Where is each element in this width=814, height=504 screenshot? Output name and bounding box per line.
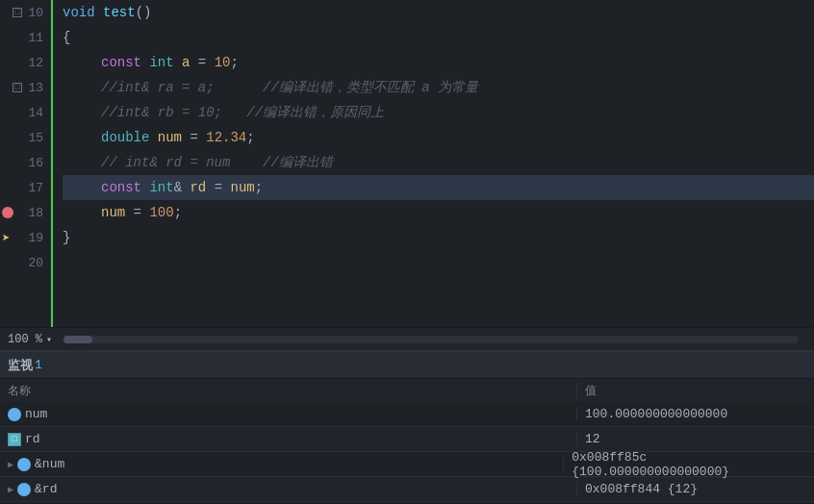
- watch-title: 监视: [8, 357, 33, 374]
- current-line-arrow: ➤: [2, 230, 10, 246]
- expand-addr-rd[interactable]: ▶: [8, 484, 13, 495]
- watch-header: 监视 1: [0, 352, 814, 379]
- code-line-17: const int& rd = num;: [63, 175, 814, 200]
- line-17-gutter: 17: [0, 175, 51, 200]
- watch-var-num: num: [25, 407, 47, 421]
- watch-var-addr-rd: &rd: [35, 482, 57, 496]
- watch-col-name-header: 名称: [0, 383, 577, 399]
- code-line-15: double num = 12.34;: [63, 125, 814, 150]
- status-bar: 100 % ▾: [0, 327, 814, 350]
- watch-cell-val-num: 100.000000000000000: [577, 407, 735, 421]
- watch-column-headers: 名称 值: [0, 379, 814, 402]
- code-line-13: //int& ra = a; //编译出错，类型不匹配 a 为常量: [63, 75, 814, 100]
- code-lines: void test() { const int a = 10; //int& r…: [53, 0, 814, 327]
- watch-cell-name-rd[interactable]: □ rd: [0, 432, 577, 446]
- zoom-dropdown-icon[interactable]: ▾: [46, 334, 52, 345]
- line-numbers: □ 10 11 12 □ 13 14: [0, 0, 51, 275]
- horizontal-scrollbar[interactable]: [64, 336, 799, 343]
- line-14-gutter: 14: [0, 100, 51, 125]
- watch-cell-val-addr-rd: 0x008ff844 {12}: [577, 482, 705, 496]
- watch-var-addr-num: &num: [35, 457, 64, 471]
- line-20-gutter: 20: [0, 250, 51, 275]
- gutter: □ 10 11 12 □ 13 14: [0, 0, 53, 327]
- code-line-19: }: [63, 225, 814, 250]
- code-line-14: //int& rb = 10; //编译出错，原因同上: [63, 100, 814, 125]
- watch-icon-num: [8, 408, 21, 421]
- watch-var-rd: rd: [25, 432, 40, 446]
- code-line-10: void test(): [63, 0, 814, 25]
- code-line-20: [63, 250, 814, 275]
- expand-addr-num[interactable]: ▶: [8, 459, 13, 470]
- line-19-gutter: ➤ 19: [0, 225, 51, 250]
- watch-cell-val-addr-num: 0x008ff85c {100.000000000000000}: [564, 450, 814, 479]
- code-line-18: num = 100;: [63, 200, 814, 225]
- breakpoint-18[interactable]: [2, 207, 13, 218]
- fold-10[interactable]: □: [13, 8, 22, 17]
- watch-col-val-header: 值: [577, 383, 604, 399]
- watch-cell-name-addr-num[interactable]: ▶ &num: [0, 457, 564, 471]
- watch-icon-rd: □: [8, 433, 21, 446]
- watch-icon-addr-num: [17, 458, 31, 471]
- line-13-gutter: □ 13: [0, 75, 51, 100]
- watch-cell-name-addr-rd[interactable]: ▶ &rd: [0, 482, 577, 496]
- watch-panel: 监视 1 名称 值 num 100.000000000000000 □ rd 1…: [0, 350, 814, 504]
- scroll-thumb[interactable]: [64, 336, 92, 343]
- line-12-gutter: 12: [0, 50, 51, 75]
- watch-row-addr-rd: ▶ &rd 0x008ff844 {12}: [0, 477, 814, 502]
- watch-cell-name-num[interactable]: num: [0, 407, 577, 421]
- watch-row-num: num 100.000000000000000: [0, 402, 814, 427]
- watch-cell-val-rd: 12: [577, 432, 608, 446]
- line-15-gutter: 15: [0, 125, 51, 150]
- line-16-gutter: 16: [0, 150, 51, 175]
- watch-row-rd: □ rd 12: [0, 427, 814, 452]
- code-line-11: {: [63, 25, 814, 50]
- watch-row-addr-num: ▶ &num 0x008ff85c {100.000000000000000}: [0, 452, 814, 477]
- zoom-level[interactable]: 100 %: [8, 333, 42, 346]
- fold-13[interactable]: □: [13, 83, 22, 92]
- code-line-16: // int& rd = num //编译出错: [63, 150, 814, 175]
- line-18-gutter: 18: [0, 200, 51, 225]
- line-10-gutter: □ 10: [0, 0, 51, 25]
- watch-tab-num[interactable]: 1: [35, 358, 42, 372]
- watch-icon-addr-rd: [17, 483, 31, 496]
- line-11-gutter: 11: [0, 25, 51, 50]
- code-line-12: const int a = 10;: [63, 50, 814, 75]
- code-editor: □ 10 11 12 □ 13 14: [0, 0, 814, 327]
